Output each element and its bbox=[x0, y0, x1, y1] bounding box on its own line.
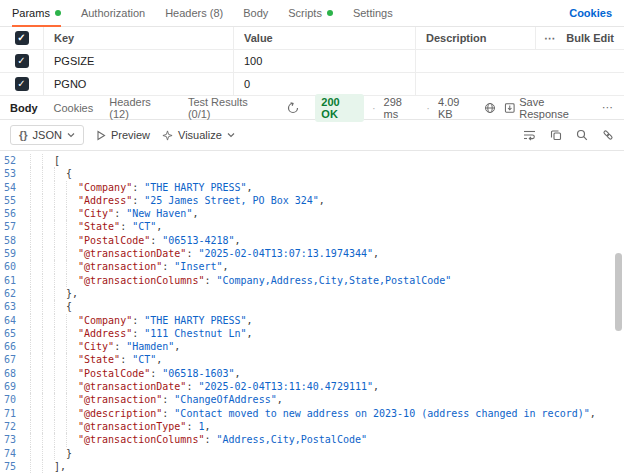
preview-button[interactable]: Preview bbox=[96, 129, 150, 141]
response-more-options[interactable]: ⋯ bbox=[602, 101, 614, 114]
response-tab-test-results[interactable]: Test Results (0/1) bbox=[188, 96, 271, 120]
wrap-text-icon[interactable] bbox=[523, 129, 536, 141]
code-line: 55"Address": "25 James Street, PO Box 32… bbox=[0, 194, 624, 207]
param-key-field[interactable]: PGSIZE bbox=[44, 50, 234, 72]
cookies-link[interactable]: Cookies bbox=[569, 7, 612, 19]
token-p: : bbox=[162, 260, 174, 273]
line-number: 65 bbox=[0, 327, 30, 340]
tab-settings[interactable]: Settings bbox=[353, 0, 393, 26]
token-p: : bbox=[186, 247, 198, 260]
token-p: : bbox=[204, 433, 216, 446]
indent-guide bbox=[42, 181, 54, 194]
indent-guide bbox=[66, 247, 78, 260]
token-s: "111 Chestnut Ln" bbox=[144, 327, 246, 340]
indent-guide bbox=[30, 420, 42, 433]
indent-guide bbox=[30, 181, 42, 194]
token-p: : bbox=[132, 181, 144, 194]
response-tab-cookies[interactable]: Cookies bbox=[54, 102, 94, 114]
tab-body-label: Body bbox=[243, 7, 268, 19]
status-badge[interactable]: 200 OK bbox=[315, 94, 364, 122]
param-value-field[interactable]: 100 bbox=[234, 50, 416, 72]
indent-guide bbox=[66, 367, 78, 380]
indent-guide bbox=[42, 353, 54, 366]
indent-guide bbox=[42, 207, 54, 220]
indent-guide bbox=[54, 287, 66, 300]
separator-dot: · bbox=[426, 102, 430, 114]
vertical-scrollbar-thumb[interactable] bbox=[615, 253, 622, 331]
indent-guide bbox=[30, 234, 42, 247]
token-s: "New Haven" bbox=[126, 207, 192, 220]
indent-guide bbox=[30, 393, 42, 406]
indent-guide bbox=[30, 154, 42, 167]
indent-guide bbox=[30, 367, 42, 380]
tab-headers[interactable]: Headers (8) bbox=[165, 0, 223, 26]
token-k: "@transactionDate" bbox=[78, 247, 186, 260]
save-response-button[interactable]: Save Response bbox=[504, 96, 594, 120]
token-p: , bbox=[223, 260, 229, 273]
indent-guide bbox=[42, 167, 54, 180]
code-line-content: "@transactionType": 1, bbox=[30, 420, 210, 433]
row-checkbox-cell: ✓ bbox=[0, 50, 44, 72]
token-s: "Address,City,PostalCode" bbox=[216, 433, 367, 446]
indent-guide bbox=[54, 327, 66, 340]
token-p: : bbox=[114, 207, 126, 220]
visualize-button[interactable]: Visualize bbox=[162, 129, 235, 141]
response-body-code-viewer[interactable]: 52[53{54"Company": "THE HARTY PRESS",55"… bbox=[0, 151, 624, 474]
row-checkbox[interactable]: ✓ bbox=[15, 77, 29, 91]
link-icon[interactable] bbox=[602, 129, 614, 141]
code-line: 65"Address": "111 Chestnut Ln", bbox=[0, 327, 624, 340]
code-line: 66"City": "Hamden", bbox=[0, 340, 624, 353]
indent-guide bbox=[30, 194, 42, 207]
code-line: 71"@description": "Contact moved to new … bbox=[0, 407, 624, 420]
column-options-icon[interactable]: ⋯ bbox=[544, 32, 556, 45]
param-description-field[interactable] bbox=[416, 73, 624, 95]
line-number: 70 bbox=[0, 393, 30, 406]
token-s: "2025-02-04T13:07:13.1974344" bbox=[198, 247, 373, 260]
row-checkbox[interactable]: ✓ bbox=[15, 54, 29, 68]
tab-body[interactable]: Body bbox=[243, 0, 268, 26]
tab-scripts[interactable]: Scripts bbox=[288, 0, 333, 26]
indent-guide bbox=[42, 460, 54, 473]
response-tab-headers[interactable]: Headers (12) bbox=[109, 96, 172, 120]
tab-params[interactable]: Params bbox=[12, 0, 61, 26]
indent-guide bbox=[54, 367, 66, 380]
indent-guide bbox=[30, 287, 42, 300]
response-meta-bar: Body Cookies Headers (12) Test Results (… bbox=[0, 96, 624, 120]
column-header-value: Value bbox=[234, 27, 416, 49]
indent-guide bbox=[66, 340, 78, 353]
copy-icon[interactable] bbox=[550, 129, 562, 141]
line-number: 69 bbox=[0, 380, 30, 393]
token-p: : bbox=[162, 393, 174, 406]
indent-guide bbox=[30, 353, 42, 366]
line-number: 60 bbox=[0, 260, 30, 273]
indent-guide bbox=[42, 234, 54, 247]
token-p: , bbox=[590, 407, 596, 420]
indent-guide bbox=[54, 181, 66, 194]
select-all-checkbox[interactable]: ✓ bbox=[15, 31, 29, 45]
response-tab-body[interactable]: Body bbox=[10, 102, 38, 114]
param-description-field[interactable] bbox=[416, 50, 624, 72]
network-globe-icon[interactable] bbox=[484, 102, 496, 114]
braces-icon: {} bbox=[19, 129, 28, 141]
indent-guide bbox=[54, 407, 66, 420]
tab-authorization[interactable]: Authorization bbox=[81, 0, 145, 26]
code-line-content: "Address": "25 James Street, PO Box 324"… bbox=[30, 194, 325, 207]
search-icon[interactable] bbox=[576, 129, 588, 141]
header-actions-cell: ⋯ Bulk Edit bbox=[536, 27, 624, 49]
param-row-pgsize: ✓ PGSIZE 100 bbox=[0, 50, 624, 73]
param-key-field[interactable]: PGNO bbox=[44, 73, 234, 95]
response-status-group: 200 OK · 298 ms · 4.09 KB Save Response bbox=[315, 94, 614, 122]
token-k: "@transactionColumns" bbox=[78, 274, 204, 287]
token-s: "2025-02-04T13:11:40.4729111" bbox=[198, 380, 373, 393]
param-value-field[interactable]: 0 bbox=[234, 73, 416, 95]
code-line-content: ], bbox=[30, 460, 66, 473]
response-history-icon[interactable] bbox=[287, 102, 299, 114]
token-k: "Company" bbox=[78, 181, 132, 194]
token-p: , bbox=[156, 353, 162, 366]
indent-guide bbox=[54, 353, 66, 366]
line-number: 54 bbox=[0, 181, 30, 194]
token-s: "ChangeOfAddress" bbox=[174, 393, 276, 406]
token-k: "City" bbox=[78, 340, 114, 353]
format-dropdown[interactable]: {} JSON bbox=[10, 125, 84, 145]
bulk-edit-button[interactable]: Bulk Edit bbox=[566, 32, 614, 44]
